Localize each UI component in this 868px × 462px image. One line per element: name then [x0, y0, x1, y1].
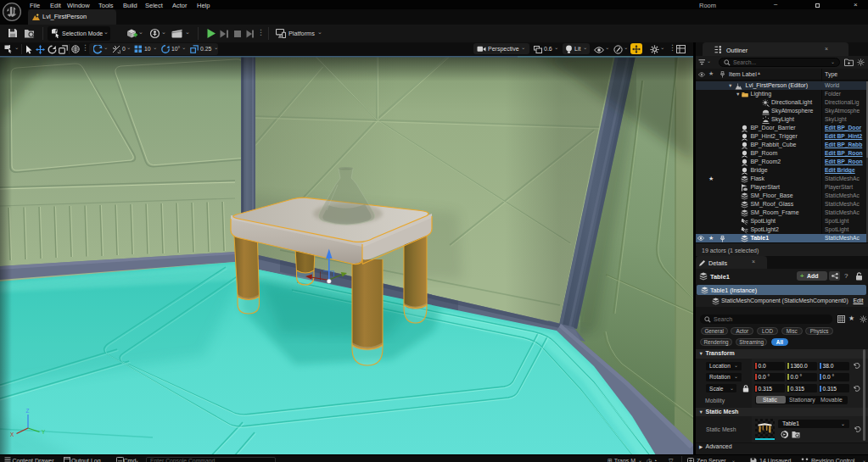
svg-text:Z: Z [26, 408, 30, 414]
svg-text:Y: Y [42, 429, 46, 435]
